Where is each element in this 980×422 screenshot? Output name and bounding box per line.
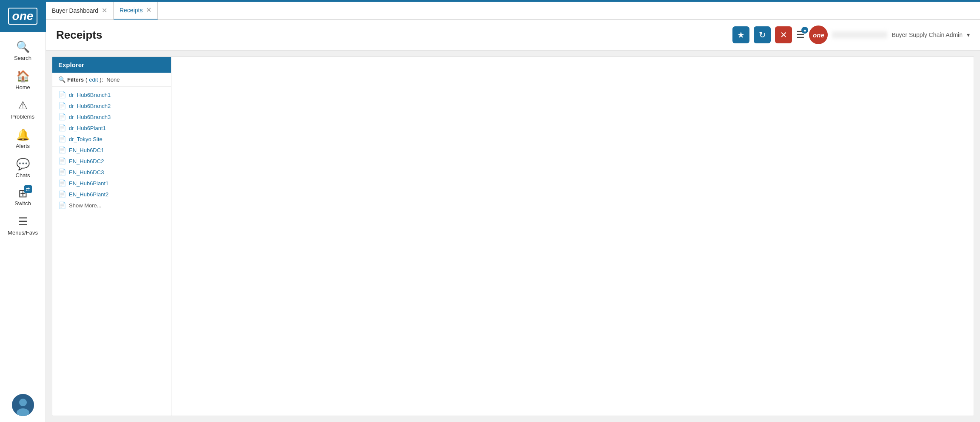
sidebar-item-search[interactable]: 🔍 Search — [0, 36, 46, 65]
explorer-item-en-hub6plant2[interactable]: 📄EN_Hub6Plant2 — [52, 189, 171, 200]
filter-edit-link[interactable]: edit — [89, 76, 98, 83]
tab-receipts[interactable]: Receipts ✕ — [114, 2, 158, 20]
explorer-item-label: EN_Hub6Plant1 — [69, 180, 108, 187]
file-icon: 📄 — [58, 124, 66, 132]
filter-paren-close: ): — [100, 76, 103, 83]
tab-buyer-dashboard-label: Buyer Dashboard — [52, 7, 98, 14]
explorer-item-label: Show More... — [69, 202, 102, 209]
sidebar-label-home: Home — [15, 84, 30, 91]
filter-row: 🔍 Filters ( edit ): None — [52, 73, 171, 87]
switch-icon-wrap: ⊞ ⇄ — [18, 187, 28, 200]
file-icon: 📄 — [58, 113, 66, 121]
explorer-item-label: dr_Hub6Branch2 — [69, 103, 111, 109]
explorer-item-label: dr_Hub6Branch1 — [69, 92, 111, 98]
sidebar-item-menus[interactable]: ☰ Menus/Favs — [0, 211, 46, 240]
explorer-item-en-hub6dc3[interactable]: 📄EN_Hub6DC3 — [52, 167, 171, 178]
explorer-item-label: EN_Hub6DC2 — [69, 158, 104, 164]
filter-paren-open: ( — [85, 76, 87, 83]
explorer-item-en-hub6dc1[interactable]: 📄EN_Hub6DC1 — [52, 144, 171, 156]
file-icon: 📄 — [58, 190, 66, 198]
tab-buyer-dashboard-close[interactable]: ✕ — [102, 7, 107, 14]
star-button[interactable]: ★ — [732, 26, 749, 43]
sidebar-label-problems: Problems — [11, 113, 34, 120]
close-button[interactable]: ✕ — [775, 26, 792, 43]
sidebar-item-problems[interactable]: ⚠ Problems — [0, 95, 46, 124]
explorer-item-label: EN_Hub6Plant2 — [69, 191, 108, 198]
user-dropdown-arrow[interactable]: ▾ — [967, 31, 970, 38]
explorer-item-label: EN_Hub6DC1 — [69, 147, 104, 153]
tab-receipts-close[interactable]: ✕ — [146, 7, 151, 14]
explorer-list: 📄dr_Hub6Branch1📄dr_Hub6Branch2📄dr_Hub6Br… — [52, 87, 171, 416]
explorer-item-dr-tokyo-site[interactable]: 📄dr_Tokyo Site — [52, 133, 171, 144]
filter-search-icon: 🔍 — [58, 76, 66, 83]
explorer-header: Explorer — [52, 57, 171, 73]
explorer-item-dr-hub6branch2[interactable]: 📄dr_Hub6Branch2 — [52, 100, 171, 111]
user-logo-text: one — [813, 31, 824, 39]
explorer-item-dr-hub6branch3[interactable]: 📄dr_Hub6Branch3 — [52, 111, 171, 122]
file-icon: 📄 — [58, 102, 66, 110]
explorer-item-label: dr_Tokyo Site — [69, 136, 103, 142]
sidebar-item-chats[interactable]: 💬 Chats — [0, 153, 46, 183]
tab-bar: Buyer Dashboard ✕ Receipts ✕ — [46, 2, 980, 20]
explorer-panel: Explorer 🔍 Filters ( edit ): None 📄dr_Hu… — [52, 57, 171, 416]
filter-value: None — [106, 76, 120, 83]
file-icon: 📄 — [58, 201, 66, 209]
file-icon: 📄 — [58, 146, 66, 154]
sidebar-label-search: Search — [14, 55, 31, 61]
user-avatar[interactable] — [12, 394, 34, 416]
file-icon: 📄 — [58, 91, 66, 99]
user-role: Buyer Supply Chain Admin — [892, 31, 963, 38]
file-icon: 📄 — [58, 168, 66, 176]
search-icon: 🔍 — [16, 40, 30, 54]
page-header: Receipts ★ ↻ ✕ ☰ ★ one Buyer Supply Chai… — [46, 20, 980, 51]
chat-icon: 💬 — [16, 158, 30, 171]
tab-receipts-label: Receipts — [120, 7, 142, 14]
sidebar-item-switch[interactable]: ⊞ ⇄ Switch — [0, 183, 46, 211]
page-title: Receipts — [56, 28, 102, 42]
sidebar-label-menus: Menus/Favs — [8, 229, 38, 236]
sidebar-item-home[interactable]: 🏠 Home — [0, 65, 46, 95]
explorer-item-label: dr_Hub6Branch3 — [69, 114, 111, 120]
explorer-item-label: EN_Hub6DC3 — [69, 169, 104, 176]
menu-icon: ☰ — [18, 215, 28, 228]
explorer-item-label: dr_Hub6Plant1 — [69, 125, 106, 131]
explorer-item-en-hub6dc2[interactable]: 📄EN_Hub6DC2 — [52, 156, 171, 167]
file-icon: 📄 — [58, 179, 66, 187]
main-content: Buyer Dashboard ✕ Receipts ✕ Receipts ★ … — [46, 0, 980, 422]
file-icon: 📄 — [58, 157, 66, 165]
notification-badge: ★ — [801, 27, 808, 34]
warning-icon: ⚠ — [18, 99, 28, 112]
tab-buyer-dashboard[interactable]: Buyer Dashboard ✕ — [46, 2, 114, 20]
filter-label: Filters — [67, 76, 84, 83]
header-actions: ★ ↻ ✕ ☰ ★ one Buyer Supply Chain Admin ▾ — [732, 25, 970, 44]
sidebar-label-switch: Switch — [14, 200, 31, 207]
notifications-icon[interactable]: ☰ ★ — [796, 29, 805, 40]
switch-badge: ⇄ — [24, 185, 32, 193]
explorer-item-dr-hub6plant1[interactable]: 📄dr_Hub6Plant1 — [52, 122, 171, 133]
user-logo[interactable]: one — [809, 25, 828, 44]
right-content — [171, 57, 974, 416]
explorer-item-dr-hub6branch1[interactable]: 📄dr_Hub6Branch1 — [52, 89, 171, 100]
svg-point-1 — [19, 399, 27, 406]
content-area: Explorer 🔍 Filters ( edit ): None 📄dr_Hu… — [52, 57, 974, 416]
sidebar-label-alerts: Alerts — [16, 143, 30, 149]
file-icon: 📄 — [58, 135, 66, 143]
sidebar-label-chats: Chats — [16, 172, 30, 178]
explorer-item-show-more[interactable]: 📄Show More... — [52, 200, 171, 211]
refresh-button[interactable]: ↻ — [754, 26, 771, 43]
bell-icon: 🔔 — [16, 128, 30, 142]
explorer-item-en-hub6plant1[interactable]: 📄EN_Hub6Plant1 — [52, 178, 171, 189]
sidebar-item-alerts[interactable]: 🔔 Alerts — [0, 124, 46, 153]
home-icon: 🏠 — [16, 70, 30, 83]
app-logo[interactable]: one — [0, 0, 46, 32]
sidebar: one 🔍 Search 🏠 Home ⚠ Problems 🔔 Alerts … — [0, 0, 46, 422]
user-name — [832, 31, 887, 38]
logo-text: one — [8, 8, 38, 25]
